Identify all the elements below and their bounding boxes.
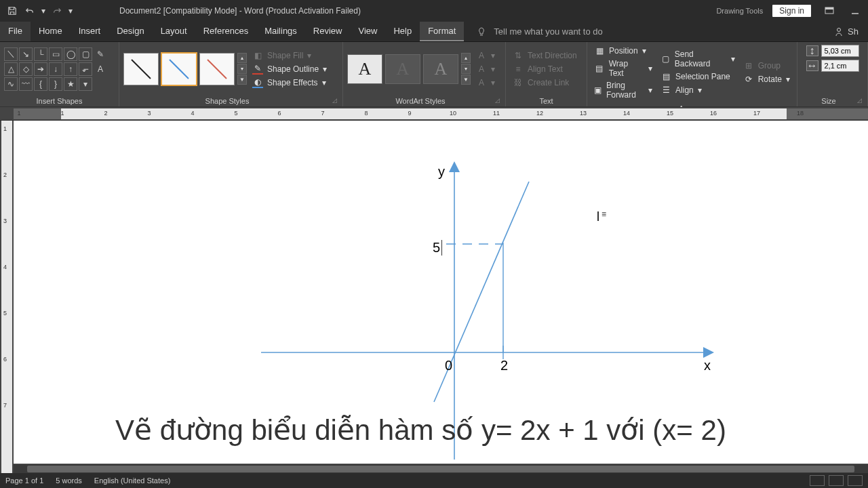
ribbon-display-icon[interactable] (816, 1, 842, 20)
shape-height-input[interactable] (821, 45, 859, 57)
wordart-thumb-2[interactable]: A (385, 54, 420, 84)
save-icon[interactable] (4, 3, 20, 19)
status-words[interactable]: 5 words (56, 476, 82, 485)
horizontal-ruler[interactable]: 1123456789101112131415161718 (0, 107, 868, 121)
bring-forward-button[interactable]: ▣Bring Forward ▾ (591, 80, 655, 100)
tab-insert[interactable]: Insert (71, 22, 109, 41)
edit-shape-icon[interactable]: ✎ (94, 47, 107, 61)
shape-outline-button[interactable]: ✎Shape Outline ▾ (250, 63, 330, 75)
tab-home[interactable]: Home (31, 22, 71, 41)
shapes-more-icon[interactable]: ▾ (79, 77, 92, 91)
send-backward-button[interactable]: ▢Send Backward ▾ (658, 49, 738, 69)
shape-brace-right-icon[interactable]: } (49, 77, 62, 91)
text-fill-button[interactable]: A▾ (473, 49, 498, 62)
shape-connector-icon[interactable]: └ (34, 47, 47, 61)
tab-view[interactable]: View (350, 22, 385, 41)
view-web-icon[interactable] (848, 475, 863, 486)
gallery-up-icon[interactable]: ▴ (237, 53, 247, 63)
wa-down-icon[interactable]: ▾ (461, 64, 471, 74)
shape-corner-icon[interactable]: ⬐ (79, 62, 92, 76)
wa-more-icon[interactable]: ▼ (461, 75, 471, 85)
gallery-more-icon[interactable]: ▼ (237, 75, 247, 85)
tab-references[interactable]: References (195, 22, 256, 41)
tab-design[interactable]: Design (108, 22, 152, 41)
text-outline-button[interactable]: A▾ (473, 63, 498, 75)
view-print-icon[interactable] (829, 475, 844, 486)
shape-arrow-down-icon[interactable]: ↓ (49, 62, 62, 76)
vertical-ruler[interactable]: 1234567 (0, 121, 14, 473)
shape-line-icon[interactable]: ＼ (4, 47, 18, 61)
shape-effects-button[interactable]: ◐Shape Effects ▾ (250, 77, 330, 89)
rotate-button[interactable]: ⟳Rotate ▾ (741, 73, 793, 85)
style-thumb-3[interactable] (199, 53, 235, 85)
text-effects-button[interactable]: A▾ (473, 77, 498, 89)
dialog-launcher-icon[interactable]: ◿ (495, 97, 500, 104)
align-button[interactable]: ☰Align ▾ (658, 84, 738, 96)
status-language[interactable]: English (United States) (94, 476, 171, 485)
redo-icon[interactable] (49, 3, 65, 19)
share-button[interactable]: Sh (825, 22, 868, 41)
dialog-launcher-icon[interactable]: ◿ (857, 97, 862, 104)
view-read-icon[interactable] (810, 475, 825, 486)
create-link-button[interactable]: ⛓Create Link (510, 77, 580, 89)
wordart-gallery[interactable]: A A A ▴ ▾ ▼ (347, 53, 471, 85)
bring-forward-icon: ▣ (594, 85, 602, 96)
tab-review[interactable]: Review (305, 22, 351, 41)
wa-gallery-scroll[interactable]: ▴ ▾ ▼ (461, 53, 471, 85)
shape-fill-button[interactable]: ◧Shape Fill ▾ (250, 49, 330, 62)
shape-star-icon[interactable]: ★ (64, 77, 77, 91)
wrap-text-button[interactable]: ▤Wrap Text ▾ (591, 58, 655, 79)
shape-rect-icon[interactable]: ▭ (49, 47, 62, 61)
effects-icon: ◐ (252, 77, 263, 88)
text-direction-button[interactable]: ⇅Text Direction (510, 49, 580, 62)
ruler-v-num: 7 (3, 402, 7, 409)
tab-format[interactable]: Format (420, 22, 464, 41)
minimize-icon[interactable] (842, 1, 868, 20)
undo-icon[interactable] (22, 3, 38, 19)
tell-me-search[interactable]: Tell me what you want to do (464, 22, 825, 41)
tab-layout[interactable]: Layout (153, 22, 195, 41)
wordart-thumb-3[interactable]: A (423, 54, 458, 84)
shape-styles-gallery[interactable]: ▴ ▾ ▼ (123, 53, 247, 85)
wordart-thumb-1[interactable]: A (347, 54, 382, 84)
shape-arrow-right-icon[interactable]: ➔ (34, 62, 47, 76)
shape-diamond-icon[interactable]: ◇ (19, 62, 33, 76)
position-button[interactable]: ▦Position ▾ (591, 45, 655, 57)
shape-brace-left-icon[interactable]: { (34, 77, 47, 91)
shape-oval-icon[interactable]: ◯ (64, 47, 77, 61)
tab-file[interactable]: File (0, 22, 31, 41)
send-backward-icon: ▢ (660, 54, 671, 64)
group-icon: ⊞ (743, 60, 754, 71)
tab-mailings[interactable]: Mailings (256, 22, 305, 41)
wa-up-icon[interactable]: ▴ (461, 53, 471, 63)
align-text-button[interactable]: ≡Align Text (510, 63, 580, 75)
shape-rrect-icon[interactable]: ▢ (79, 47, 92, 61)
tab-help[interactable]: Help (385, 22, 420, 41)
style-thumb-1[interactable] (123, 53, 159, 85)
share-icon (834, 27, 844, 37)
selection-pane-button[interactable]: ▤Selection Pane (658, 70, 738, 83)
shapes-gallery[interactable]: ＼ ↘ └ ▭ ◯ ▢ ✎ △ ◇ ➔ ↓ ↑ ⬐ A ∿ 〰 { } ★ ▾ (4, 47, 107, 91)
gallery-down-icon[interactable]: ▾ (237, 64, 247, 74)
scrollbar-thumb[interactable] (27, 466, 854, 472)
shape-curve-icon[interactable]: ∿ (4, 77, 18, 91)
shape-line-arrow-icon[interactable]: ↘ (19, 47, 33, 61)
undo-dropdown-icon[interactable]: ▾ (39, 3, 47, 19)
document-page[interactable]: y x 0 2 5 Vẽ đường biểu diễn hàm số y= 2… (14, 121, 868, 473)
style-thumb-2[interactable] (161, 53, 197, 85)
horizontal-scrollbar[interactable] (14, 464, 868, 473)
status-page[interactable]: Page 1 of 1 (5, 476, 43, 485)
shape-freeform-icon[interactable]: 〰 (19, 77, 33, 91)
dialog-launcher-icon[interactable]: ◿ (332, 97, 337, 104)
shape-triangle-icon[interactable]: △ (4, 62, 18, 76)
ribbon: ＼ ↘ └ ▭ ◯ ▢ ✎ △ ◇ ➔ ↓ ↑ ⬐ A ∿ 〰 { } ★ ▾ (0, 42, 868, 107)
shape-arrow-up-icon[interactable]: ↑ (64, 62, 77, 76)
group-button[interactable]: ⊞Group (741, 60, 793, 72)
qat-customize-icon[interactable]: ▾ (66, 3, 75, 19)
ruler-h-num: 8 (364, 110, 368, 117)
origin-label: 0 (445, 358, 452, 373)
gallery-scroll[interactable]: ▴ ▾ ▼ (237, 53, 247, 85)
textbox-icon[interactable]: A (94, 62, 107, 76)
sign-in-button[interactable]: Sign in (772, 5, 811, 17)
shape-width-input[interactable] (821, 60, 859, 72)
